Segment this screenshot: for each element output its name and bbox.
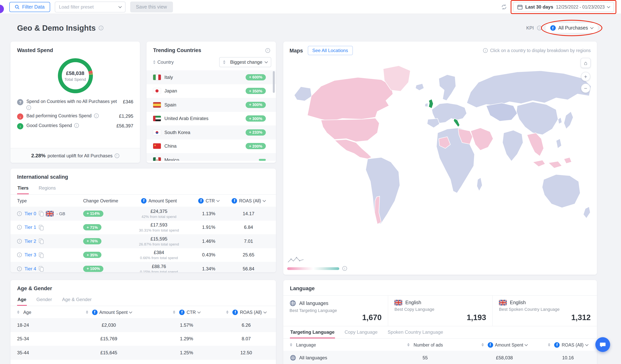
col-number-of-ads[interactable]: Number of ads (387, 342, 463, 347)
wasted-row-value: £1,295 (119, 114, 133, 119)
tier-link[interactable]: Tier 1 (24, 225, 36, 230)
tier-row[interactable]: Tier 0- GB + 114% £24,37542% from total … (11, 207, 276, 220)
copy-icon[interactable] (39, 252, 43, 258)
trending-row-spain[interactable]: Spain + 300% (147, 98, 276, 112)
trending-row-mexico[interactable]: Mexico (147, 153, 276, 161)
info-icon[interactable] (265, 48, 270, 53)
trending-row-japan[interactable]: Japan + 350% (147, 84, 276, 98)
see-all-locations-button[interactable]: See All Locations (308, 46, 353, 55)
world-map[interactable] (283, 56, 597, 268)
col-change-overtime[interactable]: Change Overtime (83, 198, 128, 203)
col-language[interactable]: Language (290, 342, 387, 347)
info-icon[interactable] (74, 123, 79, 128)
map-overview-icon[interactable] (287, 256, 304, 264)
map-home-button[interactable]: ⌂ (581, 58, 591, 68)
tier-row[interactable]: Tier 2 + 76% £15,59526.87% from total sp… (11, 234, 276, 248)
trending-row-south-korea[interactable]: South Korea + 233% (147, 125, 276, 139)
tier-link[interactable]: Tier 3 (24, 252, 36, 258)
chevron-down-icon (129, 310, 132, 313)
date-range-picker[interactable]: Last 30 days 12/25/2022 - 01/23/2023 (513, 2, 614, 12)
col-roas-label: ROAS (All) (562, 342, 584, 347)
map-zoom-out-button[interactable]: − (581, 83, 590, 93)
load-preset-select[interactable]: Load filter preset (55, 1, 125, 12)
info-icon[interactable] (342, 266, 347, 271)
col-amount-spent[interactable]: Amount Spent (68, 309, 150, 315)
col-roas[interactable]: ROAS (All) (546, 342, 590, 347)
copy-icon[interactable] (39, 225, 43, 230)
tier-row[interactable]: Tier 4 + 100% £88.760.15% from total spe… (11, 262, 276, 272)
copy-icon[interactable] (39, 211, 43, 216)
info-icon[interactable] (17, 239, 22, 244)
map-legend (287, 266, 347, 271)
country-column-header[interactable]: Country (153, 59, 174, 65)
tier-row[interactable]: Tier 3 + 35% £3840.66% from total spend … (11, 248, 276, 262)
wasted-row-value: £56,397 (116, 123, 133, 129)
col-amount-spent-label: Amount Spent (99, 310, 128, 314)
save-view-button[interactable]: Save this view (130, 1, 173, 12)
col-type[interactable]: Type (17, 198, 83, 203)
change-badge: + 76% (83, 238, 101, 244)
app-logo (0, 5, 4, 13)
info-icon[interactable] (26, 105, 31, 110)
tier-link[interactable]: Tier 2 (24, 239, 36, 244)
trending-row-china[interactable]: China + 200% (147, 139, 276, 153)
copy-icon[interactable] (39, 239, 43, 244)
col-age[interactable]: Age (17, 310, 68, 314)
tab-spoken-country-language[interactable]: Spoken Country Language (387, 327, 444, 338)
chevron-down-icon (265, 60, 268, 63)
kpi-selector[interactable]: All Purchases (545, 22, 599, 33)
tier-row[interactable]: Tier 1 + 71% £17,59330.31% from total sp… (11, 220, 276, 234)
col-roas[interactable]: ROAS (All) (228, 198, 269, 203)
scrollbar-thumb[interactable] (273, 71, 275, 93)
language-table-header: Language Number of ads Amount Spent ROAS… (283, 339, 597, 351)
viewport: Filter Data Load filter preset Save this… (0, 0, 621, 364)
page-title-info-icon[interactable] (99, 26, 104, 30)
col-amount-spent[interactable]: Amount Spent (463, 342, 546, 347)
age-range: 25-34 (17, 336, 68, 342)
tab-regions[interactable]: Regions (38, 183, 56, 194)
country-name: South Korea (164, 130, 190, 135)
language-row[interactable]: All languages 55 £58,038 10.16 (283, 351, 597, 364)
info-icon[interactable] (17, 211, 22, 216)
info-icon[interactable] (114, 153, 119, 158)
filter-data-button[interactable]: Filter Data (9, 2, 50, 12)
info-icon[interactable] (17, 266, 22, 271)
tab-tiers[interactable]: Tiers (17, 183, 29, 194)
col-roas[interactable]: ROAS (All) (223, 309, 269, 315)
tier-link[interactable]: Tier 0 (24, 211, 36, 216)
flag-gb-icon (395, 300, 402, 305)
info-icon[interactable] (17, 253, 22, 257)
trending-row-italy[interactable]: Italy + 600% (147, 70, 276, 84)
kpi-label: KPI (526, 25, 534, 31)
tab-age[interactable]: Age (17, 295, 27, 306)
col-amount-spent-label: Amount Spent (495, 342, 523, 347)
facebook-icon (550, 25, 555, 31)
refresh-icon[interactable] (500, 3, 507, 10)
col-ctr[interactable]: CTR (190, 198, 228, 203)
tier-link[interactable]: Tier 4 (24, 266, 36, 272)
tab-gender[interactable]: Gender (36, 295, 52, 306)
tab-targeting-language[interactable]: Targeting Language (290, 327, 335, 338)
date-range-label: Last 30 days (525, 4, 553, 10)
tab-age-gender[interactable]: Age & Gender (62, 295, 92, 306)
info-icon[interactable] (94, 114, 99, 118)
total-spend-value: £58,038 (66, 70, 84, 76)
map-zoom-in-button[interactable]: + (581, 72, 590, 81)
age-row[interactable]: 18-24 £2,030 1.57% 6.26 (11, 318, 276, 332)
trending-row-uae[interactable]: United Arab Emirates + 300% (147, 112, 276, 125)
tab-copy-language[interactable]: Copy Language (344, 327, 378, 338)
age-row[interactable]: 35-44 £15,645 1.25% 12.50 (11, 346, 276, 360)
copy-icon[interactable] (39, 266, 43, 271)
search-icon (15, 4, 19, 9)
trending-sort-select[interactable]: Biggest change (219, 57, 271, 67)
age-gender-title: Age & Gender (11, 280, 276, 295)
col-ctr[interactable]: CTR (150, 309, 223, 315)
amount-spent-sub: 26.87% from total spend (128, 242, 190, 246)
chat-launcher-button[interactable] (595, 337, 610, 352)
kpi-info-icon[interactable] (537, 26, 542, 30)
flag-spain-icon (153, 102, 161, 108)
sort-icon (153, 60, 155, 64)
age-row[interactable]: 25-34 £15,769 1.29% 8.07 (11, 332, 276, 346)
info-icon[interactable] (17, 225, 22, 230)
col-amount-spent[interactable]: Amount Spent (128, 198, 190, 203)
